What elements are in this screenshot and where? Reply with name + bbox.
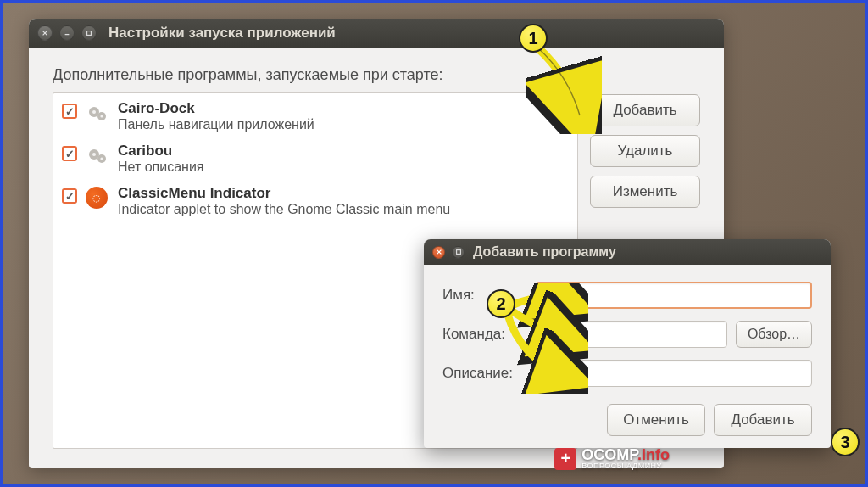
command-input[interactable]: [536, 321, 727, 348]
watermark-main: OCOMP: [581, 446, 637, 463]
section-label: Дополнительные программы, запускаемые пр…: [53, 66, 700, 84]
item-name: ClassicMenu Indicator: [118, 185, 569, 202]
svg-point-3: [92, 110, 96, 114]
cancel-button[interactable]: Отменить: [607, 404, 705, 436]
add-button[interactable]: Добавить: [590, 94, 700, 126]
dialog-body: Имя: Команда: Обзор… Описание: Отменить …: [424, 265, 831, 448]
watermark-sub: ВОПРОСЫ АДМИНУ: [581, 462, 670, 470]
dialog-title: Добавить программу: [473, 244, 616, 260]
comment-label: Описание:: [442, 365, 527, 382]
minimize-icon[interactable]: [59, 25, 75, 41]
callout-1: 1: [519, 24, 548, 53]
list-item[interactable]: Caribou Нет описания: [53, 137, 577, 180]
callout-2: 2: [487, 289, 515, 318]
dialog-add-button[interactable]: Добавить: [714, 404, 812, 436]
ubuntu-icon: ◌: [86, 187, 109, 210]
maximize-icon[interactable]: [452, 246, 465, 259]
name-input[interactable]: [536, 282, 812, 309]
svg-point-4: [100, 115, 103, 117]
watermark: + OCOMP.info ВОПРОСЫ АДМИНУ: [554, 447, 670, 470]
titlebar[interactable]: Настройки запуска приложений: [29, 19, 724, 48]
comment-input[interactable]: [536, 360, 812, 387]
plus-icon: +: [554, 448, 576, 470]
item-desc: Панель навигации приложений: [118, 117, 569, 132]
add-program-dialog: Добавить программу Имя: Команда: Обзор… …: [424, 239, 831, 448]
item-name: Caribou: [118, 143, 569, 160]
dialog-titlebar[interactable]: Добавить программу: [424, 239, 831, 265]
svg-point-7: [92, 153, 96, 156]
window-title: Настройки запуска приложений: [108, 25, 336, 42]
list-item[interactable]: ◌ ClassicMenu Indicator Indicator applet…: [53, 180, 577, 222]
window-controls: [37, 25, 97, 41]
item-desc: Нет описания: [118, 160, 569, 175]
item-name: Cairo-Dock: [118, 100, 569, 117]
browse-button[interactable]: Обзор…: [736, 321, 812, 348]
svg-point-8: [100, 157, 103, 160]
svg-rect-9: [456, 250, 460, 255]
watermark-suffix: .info: [637, 446, 670, 463]
window-controls: [432, 246, 465, 259]
edit-button[interactable]: Изменить: [590, 176, 700, 208]
gears-icon: [86, 102, 109, 126]
command-label: Команда:: [442, 326, 527, 343]
remove-button[interactable]: Удалить: [590, 135, 700, 167]
checkbox[interactable]: [62, 146, 77, 161]
close-icon[interactable]: [432, 246, 445, 259]
close-icon[interactable]: [37, 25, 53, 41]
checkbox[interactable]: [62, 104, 77, 119]
checkbox[interactable]: [62, 188, 77, 204]
maximize-icon[interactable]: [81, 25, 97, 41]
list-item[interactable]: Cairo-Dock Панель навигации приложений: [53, 95, 577, 137]
callout-3: 3: [831, 428, 860, 456]
item-desc: Indicator applet to show the Gnome Class…: [118, 202, 569, 217]
gears-icon: [86, 144, 109, 168]
svg-rect-0: [87, 31, 92, 36]
